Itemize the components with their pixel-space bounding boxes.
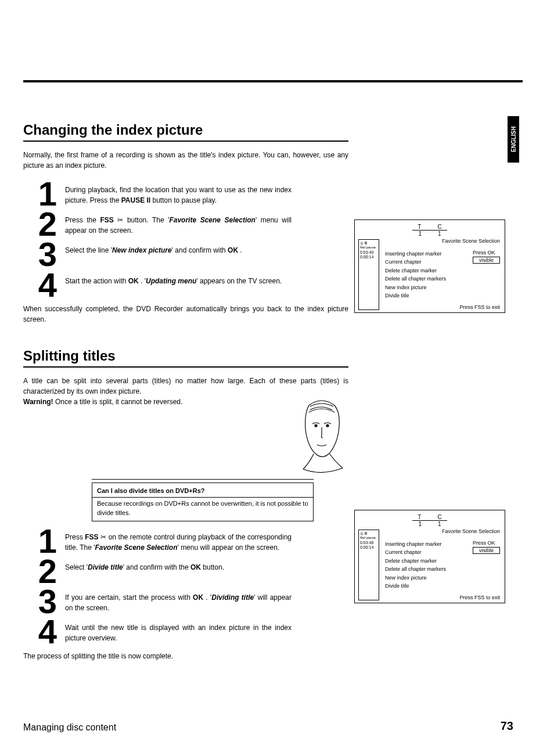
- panel-title: Favorite Scene Selection: [442, 528, 500, 534]
- step-text: Select 'Divide title' and confirm with t…: [65, 560, 292, 573]
- footer-section-title: Managing disc content: [23, 722, 116, 733]
- section1-steps: 1 During playback, find the location tha…: [23, 182, 348, 300]
- panel-item: Delete all chapter markers: [385, 565, 501, 573]
- svg-point-0: [315, 424, 317, 427]
- panel-item: Delete chapter marker: [385, 267, 501, 275]
- page-number: 73: [501, 719, 513, 733]
- panel-title: Favorite Scene Selection: [442, 238, 500, 244]
- note-question: Can I also divide titles on DVD+Rs?: [97, 487, 308, 495]
- panel-top: TC 11: [358, 224, 501, 237]
- panel-item: Divide title: [385, 582, 501, 590]
- note-answer: Because recordings on DVD+Rs cannot be o…: [97, 499, 308, 517]
- svg-point-1: [326, 424, 329, 427]
- step: 3 If you are certain, start the process …: [23, 590, 348, 617]
- step-text: Select the line 'New index picture' and …: [65, 243, 292, 255]
- note-box-wrap: Can I also divide titles on DVD+Rs? Beca…: [23, 483, 348, 521]
- panel-item: New index picture: [385, 283, 501, 291]
- section2-steps: 1 Press FSS ✂ on the remote control duri…: [23, 530, 348, 647]
- panel-left-box: ◎ II Rel pause 0:03:40 0:00:14: [358, 239, 379, 310]
- step: 3 Select the line 'New index picture' an…: [23, 243, 348, 269]
- step: 4 Start the action with OK . 'Updating m…: [23, 273, 348, 300]
- panel-item: Divide title: [385, 291, 501, 300]
- panel-item: Delete chapter marker: [385, 557, 501, 565]
- section1-intro: Normally, the first frame of a recording…: [23, 150, 348, 171]
- step-number: 3: [23, 239, 65, 269]
- fss-panel-1: TC 11 ◎ II Rel pause 0:03:40 0:00:14 Fav…: [354, 219, 505, 313]
- panel-top: TC 11: [358, 514, 501, 527]
- step-text: Press the FSS ✂ button. The 'Favorite Sc…: [65, 213, 292, 236]
- section2-title: Splitting titles: [23, 348, 348, 368]
- step-text: Wait until the new title is displayed wi…: [65, 620, 292, 643]
- step-text: Start the action with OK . 'Updating men…: [65, 273, 292, 286]
- step: 2 Select 'Divide title' and confirm with…: [23, 560, 348, 586]
- section2-after: The process of splitting the title is no…: [23, 651, 348, 661]
- step-number: 4: [23, 617, 65, 647]
- panel-left-box: ◎ II Rel pause 0:03:40 0:00:14: [358, 530, 379, 600]
- note-box: Can I also divide titles on DVD+Rs? Beca…: [92, 483, 314, 521]
- panel-item: New index picture: [385, 574, 501, 582]
- step: 2 Press the FSS ✂ button. The 'Favorite …: [23, 213, 348, 239]
- step-text: If you are certain, start the process wi…: [65, 590, 292, 613]
- language-tab: ENGLISH: [508, 116, 519, 163]
- step: 1 During playback, find the location tha…: [23, 182, 348, 209]
- step-text: Press FSS ✂ on the remote control during…: [65, 530, 292, 553]
- top-rule: [23, 80, 523, 82]
- step: 1 Press FSS ✂ on the remote control duri…: [23, 530, 348, 556]
- section1-after: When successfully completed, the DVD Rec…: [23, 304, 348, 325]
- step-number: 4: [23, 270, 65, 300]
- panel-footer: Press FSS to exit: [385, 304, 501, 310]
- step-text: During playback, find the location that …: [65, 182, 292, 206]
- panel-right: Press OK visible: [473, 540, 500, 554]
- step: 4 Wait until the new title is displayed …: [23, 620, 348, 647]
- section1-title: Changing the index picture: [23, 122, 348, 142]
- fss-panel-2: TC 11 ◎ II Rel pause 0:03:40 0:00:14 Fav…: [354, 510, 505, 603]
- panel-footer: Press FSS to exit: [385, 595, 501, 600]
- main-content: Changing the index picture Normally, the…: [23, 122, 348, 661]
- thinking-face-illustration: [293, 395, 351, 476]
- panel-item: Delete all chapter markers: [385, 275, 501, 283]
- panel-right: Press OK visible: [473, 250, 500, 264]
